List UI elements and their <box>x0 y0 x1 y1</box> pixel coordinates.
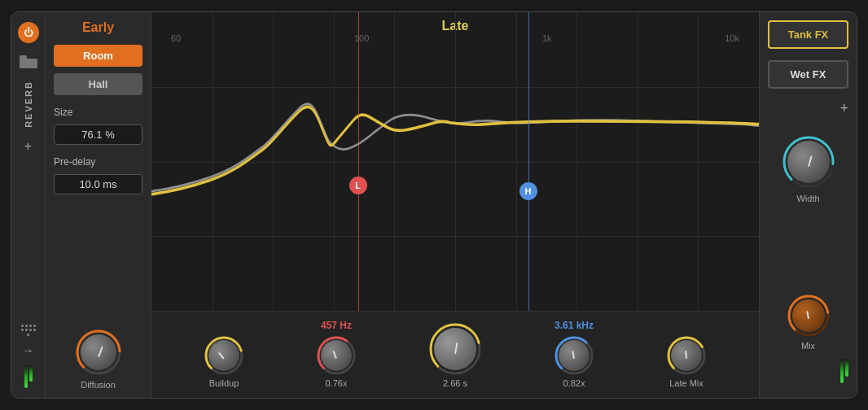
size-value[interactable]: 76.1 % <box>54 124 142 145</box>
eq-display: Late 60 100 1k 10k <box>151 12 759 311</box>
right-panel: Tank FX Wet FX + Width <box>759 12 857 398</box>
diffusion-label: Diffusion <box>81 380 116 390</box>
arrow-button[interactable]: → <box>23 344 34 357</box>
decay-knob[interactable] <box>427 321 483 377</box>
input-meter <box>24 365 33 388</box>
width-label: Width <box>796 194 819 203</box>
high-eq-label: 0.82x <box>563 378 585 388</box>
buildup-knob[interactable] <box>203 334 245 377</box>
decay-group: 2.66 s <box>427 321 483 388</box>
decay-label: 2.66 s <box>443 378 467 388</box>
svg-rect-1 <box>20 55 27 60</box>
sidebar-top: ⏻ REVERB + <box>18 22 39 154</box>
diffusion-area: Diffusion <box>54 328 142 390</box>
high-filter-handle[interactable]: H <box>519 182 537 200</box>
right-plus-button[interactable]: + <box>840 100 848 117</box>
late-mix-group: Late Mix <box>665 334 708 388</box>
low-eq-group: 457 Hz 0.76x <box>315 320 357 388</box>
diffusion-knob[interactable] <box>74 328 123 377</box>
late-mix-label: Late Mix <box>669 378 704 388</box>
width-area: Width <box>780 133 837 203</box>
hall-button[interactable]: Hall <box>54 73 142 95</box>
predelay-label: Pre-delay <box>54 156 142 168</box>
left-sidebar: ⏻ REVERB + → <box>11 12 46 398</box>
width-knob[interactable] <box>780 133 837 190</box>
low-eq-knob[interactable] <box>315 334 357 377</box>
size-label: Size <box>54 107 142 118</box>
output-meter <box>840 359 848 383</box>
early-panel: Early Room Hall Size 76.1 % Pre-delay 10… <box>46 12 151 398</box>
plugin-container: ⏻ REVERB + → Early Roo <box>11 11 857 399</box>
sidebar-bottom: → <box>21 325 36 388</box>
mix-knob[interactable] <box>787 294 831 338</box>
buildup-label: Buildup <box>209 378 239 388</box>
tank-fx-button[interactable]: Tank FX <box>768 20 848 49</box>
folder-button[interactable] <box>19 55 38 69</box>
low-filter-line <box>358 12 359 311</box>
power-button[interactable]: ⏻ <box>18 22 39 43</box>
high-filter-line <box>528 12 529 311</box>
mix-area: Mix <box>787 294 831 351</box>
low-filter-handle[interactable]: L <box>349 177 367 194</box>
buildup-group: Buildup <box>203 334 245 388</box>
late-mix-knob[interactable] <box>665 334 708 377</box>
high-eq-knob[interactable] <box>553 334 595 377</box>
reverb-label: REVERB <box>24 81 33 128</box>
eq-curve-svg <box>151 12 759 311</box>
add-button[interactable]: + <box>24 139 32 154</box>
knobs-row: Buildup 457 Hz 0.76x <box>151 311 759 398</box>
high-freq-indicator: 3.61 kHz <box>555 320 594 331</box>
wet-fx-button[interactable]: Wet FX <box>768 60 848 89</box>
main-area: Late 60 100 1k 10k <box>151 12 759 398</box>
grid-button[interactable] <box>21 325 36 336</box>
low-freq-indicator: 457 Hz <box>321 320 352 331</box>
high-eq-group: 3.61 kHz 0.82x <box>553 320 595 388</box>
mix-label: Mix <box>801 341 815 351</box>
early-title: Early <box>54 20 142 35</box>
low-eq-label: 0.76x <box>326 378 348 388</box>
predelay-value[interactable]: 10.0 ms <box>54 174 142 194</box>
room-button[interactable]: Room <box>54 45 142 67</box>
